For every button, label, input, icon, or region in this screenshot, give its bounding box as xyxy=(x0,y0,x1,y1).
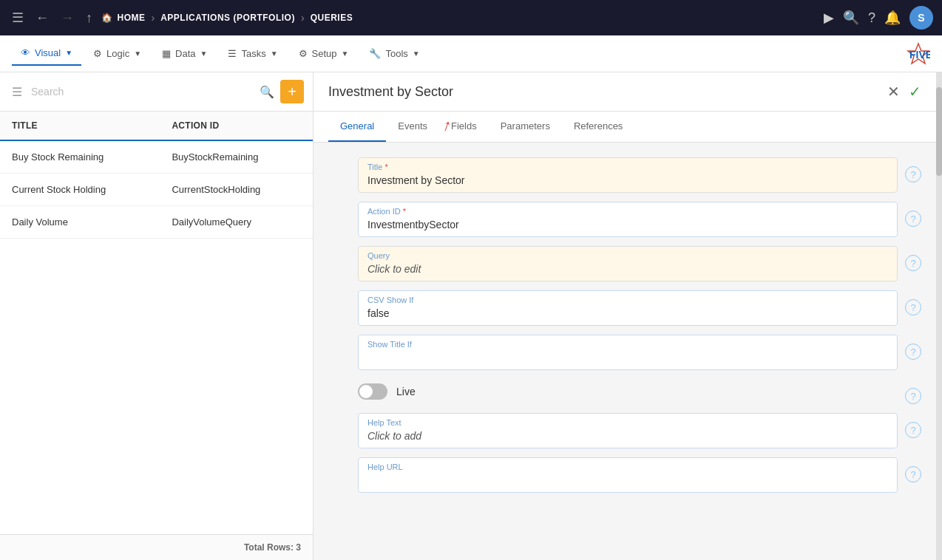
tools-icon: 🔧 xyxy=(369,48,381,59)
sidebar-table: Title Action ID Buy Stock RemainingBuySt… xyxy=(0,112,313,534)
user-avatar[interactable]: S xyxy=(909,6,933,30)
help-text-help-icon[interactable]: ? xyxy=(905,422,921,438)
search-icon[interactable]: 🔍 xyxy=(260,85,274,99)
search-icon[interactable]: 🔍 xyxy=(843,10,859,26)
csv-show-if-field[interactable]: CSV Show If false xyxy=(358,290,898,326)
table-row[interactable]: Daily VolumeDailyVolumeQuery xyxy=(0,206,313,239)
table-row[interactable]: Current Stock HoldingCurrentStockHolding xyxy=(0,174,313,206)
help-text-label: Help Text xyxy=(359,414,897,428)
row-title: Daily Volume xyxy=(0,206,160,239)
filter-icon[interactable]: ☰ xyxy=(9,82,25,102)
title-help-icon[interactable]: ? xyxy=(905,166,921,182)
queries-breadcrumb[interactable]: QUERIES xyxy=(311,13,353,23)
show-title-if-field[interactable]: Show Title If xyxy=(358,335,898,370)
csv-show-if-help-icon[interactable]: ? xyxy=(905,299,921,315)
help-url-field[interactable]: Help URL xyxy=(358,457,898,493)
csv-show-if-field-row: CSV Show If false ? xyxy=(358,290,921,326)
tab-general[interactable]: General xyxy=(328,112,386,142)
title-label: Title xyxy=(359,158,897,173)
nav-item-tools[interactable]: 🔧 Tools ▼ xyxy=(360,42,428,65)
setup-icon: ⚙ xyxy=(299,48,308,59)
tab-events[interactable]: Events xyxy=(386,112,439,142)
query-field[interactable]: Query Click to edit xyxy=(358,246,898,281)
help-text-field[interactable]: Help Text Click to add xyxy=(358,413,898,448)
breadcrumb-sep-1: › xyxy=(152,12,155,24)
tab-fields[interactable]: Fields xyxy=(439,112,489,142)
action-id-value[interactable]: InvestmentbySector xyxy=(359,217,897,236)
grid-icon: ▦ xyxy=(162,48,171,59)
row-title: Buy Stock Remaining xyxy=(0,140,160,174)
live-help-icon[interactable]: ? xyxy=(905,388,921,404)
bell-icon[interactable]: 🔔 xyxy=(884,10,901,26)
query-value[interactable]: Click to edit xyxy=(359,262,897,281)
nav-item-setup[interactable]: ⚙ Setup ▼ xyxy=(290,42,358,65)
col-header-action-id[interactable]: Action ID xyxy=(160,112,313,140)
help-text-value[interactable]: Click to add xyxy=(359,428,897,448)
show-title-if-field-row: Show Title If ? xyxy=(358,335,921,370)
query-help-icon[interactable]: ? xyxy=(905,255,921,271)
search-input[interactable] xyxy=(31,86,254,98)
csv-show-if-value[interactable]: false xyxy=(359,306,897,325)
home-icon: 🏠 xyxy=(101,13,113,23)
show-title-if-label: Show Title If xyxy=(359,335,897,350)
content-panel: Investment by Sector ✕ ✓ General Events … xyxy=(314,72,936,560)
applications-breadcrumb[interactable]: APPLICATIONS (PORTFOLIO) xyxy=(160,13,295,23)
table-header-row: Title Action ID xyxy=(0,112,313,140)
show-title-if-help-icon[interactable]: ? xyxy=(905,344,921,360)
breadcrumb-sep-2: › xyxy=(301,12,305,24)
help-url-label: Help URL xyxy=(359,458,897,473)
confirm-button[interactable]: ✓ xyxy=(909,83,921,100)
table-row[interactable]: Buy Stock RemainingBuyStockRemaining xyxy=(0,140,313,174)
action-id-field[interactable]: Action ID InvestmentbySector xyxy=(358,202,898,237)
hamburger-icon[interactable]: ☰ xyxy=(9,7,27,29)
query-field-row: Query Click to edit ? xyxy=(358,246,921,281)
live-toggle-row: Live ? xyxy=(358,379,921,404)
tab-references[interactable]: References xyxy=(562,112,634,142)
logic-icon: ⚙ xyxy=(93,48,102,59)
live-toggle[interactable] xyxy=(358,383,387,400)
breadcrumb: 🏠 HOME › APPLICATIONS (PORTFOLIO) › QUER… xyxy=(101,12,818,24)
forward-icon[interactable]: → xyxy=(58,7,77,29)
title-field-row: Title Investment by Sector ? xyxy=(358,157,921,193)
nav-actions: ▶ 🔍 ? 🔔 S xyxy=(824,6,933,30)
nav-item-logic[interactable]: ⚙ Logic ▼ xyxy=(84,42,150,65)
row-action-id: BuyStockRemaining xyxy=(160,140,313,174)
nav-item-data[interactable]: ▦ Data ▼ xyxy=(153,42,216,65)
scrollbar-thumb[interactable] xyxy=(936,87,942,176)
add-button[interactable]: + xyxy=(280,80,304,103)
back-icon[interactable]: ← xyxy=(33,7,52,29)
close-button[interactable]: ✕ xyxy=(887,83,900,100)
play-icon[interactable]: ▶ xyxy=(824,10,834,26)
nav-item-visual[interactable]: 👁 Visual ▼ xyxy=(12,41,81,66)
secondary-nav: 👁 Visual ▼ ⚙ Logic ▼ ▦ Data ▼ ☰ Tasks ▼ … xyxy=(0,35,942,72)
up-icon[interactable]: ↑ xyxy=(83,7,95,29)
title-field[interactable]: Title Investment by Sector xyxy=(358,157,898,193)
show-title-if-value xyxy=(359,350,897,369)
sidebar-search-bar: ☰ 🔍 + xyxy=(0,72,313,112)
help-icon[interactable]: ? xyxy=(868,10,875,26)
form-area: Title Investment by Sector ? Action ID I… xyxy=(314,143,936,560)
content-header-actions: ✕ ✓ xyxy=(887,83,921,100)
scrollbar-track[interactable] xyxy=(936,72,942,560)
sidebar-footer: Total Rows: 3 xyxy=(0,534,313,560)
action-id-field-row: Action ID InvestmentbySector ? xyxy=(358,202,921,237)
eye-icon: 👁 xyxy=(21,47,30,58)
top-navbar: ☰ ← → ↑ 🏠 HOME › APPLICATIONS (PORTFOLIO… xyxy=(0,0,942,35)
help-url-help-icon[interactable]: ? xyxy=(905,466,921,482)
nav-item-tasks[interactable]: ☰ Tasks ▼ xyxy=(219,42,286,65)
csv-show-if-label: CSV Show If xyxy=(359,291,897,306)
row-action-id: CurrentStockHolding xyxy=(160,174,313,206)
five-logo-svg: FIVE xyxy=(907,42,930,66)
tasks-icon: ☰ xyxy=(228,48,237,59)
help-url-field-row: Help URL ? xyxy=(358,457,921,493)
action-id-help-icon[interactable]: ? xyxy=(905,211,921,227)
home-breadcrumb[interactable]: 🏠 HOME xyxy=(101,13,146,23)
tabs-bar: General Events Fields Parameters Referen… xyxy=(314,112,936,143)
tab-parameters[interactable]: Parameters xyxy=(489,112,562,142)
sidebar: ☰ 🔍 + Title Action ID Buy Stock Remainin… xyxy=(0,72,314,560)
help-url-value xyxy=(359,473,897,492)
title-value[interactable]: Investment by Sector xyxy=(359,173,897,192)
action-id-label: Action ID xyxy=(359,202,897,217)
col-header-title[interactable]: Title xyxy=(0,112,160,140)
query-label: Query xyxy=(359,247,897,262)
